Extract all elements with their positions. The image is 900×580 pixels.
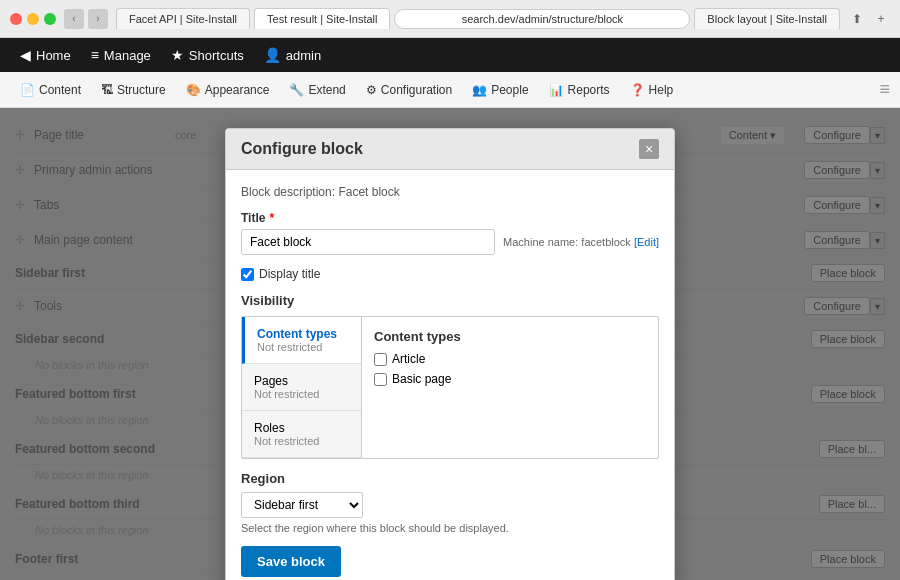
browser-actions: ⬆ + bbox=[848, 10, 890, 28]
content-types-title: Content types bbox=[374, 329, 646, 344]
secondary-nav: 📄 Content 🏗 Structure 🎨 Appearance 🔧 Ext… bbox=[0, 72, 900, 108]
display-title-checkbox[interactable] bbox=[241, 268, 254, 281]
browser-tab-test[interactable]: Test result | Site-Install bbox=[254, 8, 390, 29]
region-help: Select the region where this block shoul… bbox=[241, 522, 659, 534]
nav-structure-label: Structure bbox=[117, 83, 166, 97]
modal-body: Block description: Facet block Title * M… bbox=[226, 170, 674, 580]
modal-header: Configure block × bbox=[226, 129, 674, 170]
main-area: ✛Page title core Content ▾ Configure ▾ ✛… bbox=[0, 108, 900, 580]
user-icon: 👤 bbox=[264, 47, 281, 63]
nav-separator: ≡ bbox=[879, 79, 890, 100]
modal-overlay: Configure block × Block description: Fac… bbox=[0, 108, 900, 580]
nav-configuration[interactable]: ⚙ Configuration bbox=[356, 72, 462, 108]
browser-chrome: ‹ › Facet API | Site-Install Test result… bbox=[0, 0, 900, 38]
browser-tabs: Facet API | Site-Install Test result | S… bbox=[116, 8, 840, 29]
admin-bar-manage-label: Manage bbox=[104, 48, 151, 63]
machine-name: Machine name: facetblock [Edit] bbox=[503, 236, 659, 248]
appearance-icon: 🎨 bbox=[186, 83, 201, 97]
admin-bar-home-label: Home bbox=[36, 48, 71, 63]
nav-content-label: Content bbox=[39, 83, 81, 97]
maximize-dot[interactable] bbox=[44, 13, 56, 25]
title-label: Title * bbox=[241, 211, 659, 225]
new-tab-icon[interactable]: + bbox=[872, 10, 890, 28]
pages-tab-sub: Not restricted bbox=[254, 388, 349, 400]
basic-page-checkbox-row: Basic page bbox=[374, 372, 646, 386]
nav-reports[interactable]: 📊 Reports bbox=[539, 72, 620, 108]
extend-icon: 🔧 bbox=[289, 83, 304, 97]
region-select[interactable]: Sidebar first Sidebar second Content Hea… bbox=[241, 492, 363, 518]
title-row: Machine name: facetblock [Edit] bbox=[241, 229, 659, 255]
configure-block-modal: Configure block × Block description: Fac… bbox=[225, 128, 675, 580]
home-icon: ◀ bbox=[20, 47, 31, 63]
visibility-content: Content types Article Basic page bbox=[362, 317, 658, 458]
admin-bar-manage[interactable]: ≡ Manage bbox=[81, 38, 161, 72]
minimize-dot[interactable] bbox=[27, 13, 39, 25]
admin-bar-shortcuts[interactable]: ★ Shortcuts bbox=[161, 38, 254, 72]
nav-people-label: People bbox=[491, 83, 528, 97]
admin-bar-shortcuts-label: Shortcuts bbox=[189, 48, 244, 63]
close-dot[interactable] bbox=[10, 13, 22, 25]
basic-page-checkbox[interactable] bbox=[374, 373, 387, 386]
browser-dots bbox=[10, 13, 56, 25]
share-icon[interactable]: ⬆ bbox=[848, 10, 866, 28]
help-icon: ❓ bbox=[630, 83, 645, 97]
block-description: Block description: Facet block bbox=[241, 185, 659, 199]
content-types-tab-sub: Not restricted bbox=[257, 341, 349, 353]
display-title-label: Display title bbox=[259, 267, 320, 281]
modal-title: Configure block bbox=[241, 140, 363, 158]
nav-extend[interactable]: 🔧 Extend bbox=[279, 72, 355, 108]
article-checkbox-row: Article bbox=[374, 352, 646, 366]
content-icon: 📄 bbox=[20, 83, 35, 97]
forward-button[interactable]: › bbox=[88, 9, 108, 29]
nav-help-label: Help bbox=[649, 83, 674, 97]
visibility-tab-content-types[interactable]: Content types Not restricted bbox=[242, 317, 361, 364]
title-form-group: Title * Machine name: facetblock [Edit] bbox=[241, 211, 659, 255]
admin-bar-admin-label: admin bbox=[286, 48, 321, 63]
browser-nav: ‹ › bbox=[64, 9, 108, 29]
admin-bar-home[interactable]: ◀ Home bbox=[10, 38, 81, 72]
block-description-value: Facet block bbox=[338, 185, 399, 199]
people-icon: 👥 bbox=[472, 83, 487, 97]
structure-icon: 🏗 bbox=[101, 83, 113, 97]
roles-tab-label: Roles bbox=[254, 421, 349, 435]
star-icon: ★ bbox=[171, 47, 184, 63]
visibility-tabs: Content types Not restricted Pages Not r… bbox=[242, 317, 362, 458]
nav-configuration-label: Configuration bbox=[381, 83, 452, 97]
nav-appearance[interactable]: 🎨 Appearance bbox=[176, 72, 280, 108]
admin-bar: ◀ Home ≡ Manage ★ Shortcuts 👤 admin bbox=[0, 38, 900, 72]
pages-tab-label: Pages bbox=[254, 374, 349, 388]
basic-page-label: Basic page bbox=[392, 372, 451, 386]
content-types-checkboxes: Article Basic page bbox=[374, 352, 646, 386]
required-indicator: * bbox=[269, 211, 274, 225]
visibility-tab-pages[interactable]: Pages Not restricted bbox=[242, 364, 361, 411]
browser-tab-facet[interactable]: Facet API | Site-Install bbox=[116, 8, 250, 29]
roles-tab-sub: Not restricted bbox=[254, 435, 349, 447]
reports-icon: 📊 bbox=[549, 83, 564, 97]
config-icon: ⚙ bbox=[366, 83, 377, 97]
article-checkbox[interactable] bbox=[374, 353, 387, 366]
region-select-row: Sidebar first Sidebar second Content Hea… bbox=[241, 492, 659, 518]
modal-close-button[interactable]: × bbox=[639, 139, 659, 159]
browser-tab-block[interactable]: Block layout | Site-Install bbox=[694, 8, 840, 29]
region-label: Region bbox=[241, 471, 659, 486]
save-block-button[interactable]: Save block bbox=[241, 546, 341, 577]
visibility-label: Visibility bbox=[241, 293, 659, 308]
nav-people[interactable]: 👥 People bbox=[462, 72, 538, 108]
menu-icon: ≡ bbox=[91, 47, 99, 63]
address-bar[interactable]: search.dev/admin/structure/block bbox=[394, 9, 690, 29]
visibility-tab-roles[interactable]: Roles Not restricted bbox=[242, 411, 361, 458]
back-button[interactable]: ‹ bbox=[64, 9, 84, 29]
block-description-label: Block description: bbox=[241, 185, 335, 199]
visibility-section: Visibility Content types Not restricted … bbox=[241, 293, 659, 459]
machine-name-edit-link[interactable]: [Edit] bbox=[634, 236, 659, 248]
visibility-container: Content types Not restricted Pages Not r… bbox=[241, 316, 659, 459]
nav-help[interactable]: ❓ Help bbox=[620, 72, 684, 108]
title-input[interactable] bbox=[241, 229, 495, 255]
nav-content[interactable]: 📄 Content bbox=[10, 72, 91, 108]
article-label: Article bbox=[392, 352, 425, 366]
admin-bar-user[interactable]: 👤 admin bbox=[254, 38, 331, 72]
display-title-row: Display title bbox=[241, 267, 659, 281]
browser-titlebar: ‹ › Facet API | Site-Install Test result… bbox=[0, 0, 900, 37]
nav-structure[interactable]: 🏗 Structure bbox=[91, 72, 176, 108]
nav-reports-label: Reports bbox=[568, 83, 610, 97]
